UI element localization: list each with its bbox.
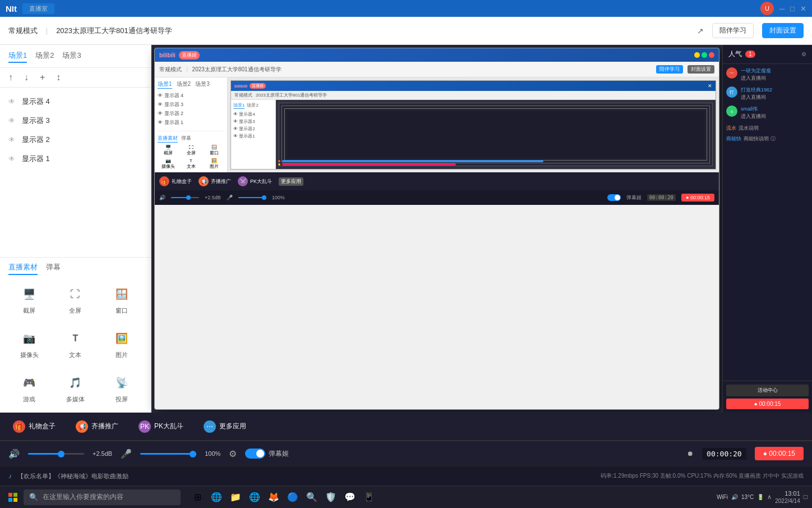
nested-s2-1[interactable]: 场景2	[177, 80, 191, 89]
preview-area: bilibili 直播姬 常规模式 | 2023太原理工大学801通	[151, 45, 812, 413]
qsb-more[interactable]: ⋯ 更多应用	[199, 418, 251, 435]
maximize-icon[interactable]: □	[790, 4, 795, 13]
source-item-camera[interactable]: 📷 摄像头	[8, 324, 50, 364]
rp-settings[interactable]: ⚙	[801, 51, 806, 57]
scene-tab-1[interactable]: 场景1	[8, 49, 27, 63]
minimize-icon[interactable]: ─	[779, 4, 785, 13]
tray-battery[interactable]: 🔋	[757, 494, 764, 500]
nested-src-2[interactable]: ⛶全屏	[181, 145, 201, 156]
nested-src-tab1[interactable]: 直播素材	[158, 135, 178, 143]
collab-label: 齐播推广	[91, 422, 118, 431]
win-clock[interactable]: 13:01 2022/4/14	[775, 489, 800, 505]
ns-vol-slider-1[interactable]	[171, 197, 199, 198]
mic-icon[interactable]: 🎤	[121, 448, 132, 459]
cover-btn[interactable]: 封面设置	[762, 23, 804, 38]
source-item-screenshot[interactable]: 🖥️ 截屏	[8, 280, 50, 319]
down-arrow-icon[interactable]: ↓	[24, 72, 29, 83]
svg-rect-3	[13, 498, 17, 502]
rp-start-live-btn[interactable]: ● 00:00:15	[726, 399, 809, 409]
nested-min-1[interactable]	[694, 52, 700, 58]
companion-btn[interactable]: 陪伴学习	[712, 23, 754, 38]
sources-tab-2[interactable]: 弹幕	[46, 262, 61, 275]
scene-tab-3[interactable]: 场景3	[62, 49, 81, 63]
nested-src-5[interactable]: T文本	[181, 158, 201, 170]
source-item-fullscreen[interactable]: ⛶ 全屏	[54, 280, 96, 319]
nested-s1-1[interactable]: 场景1	[158, 80, 172, 89]
source-item-text[interactable]: T 文本	[54, 324, 96, 364]
win-app-extra[interactable]: 📱	[360, 488, 378, 506]
scene-tab-2[interactable]: 场景2	[35, 49, 54, 63]
source-item-media[interactable]: 🎵 多媒体	[54, 368, 96, 408]
nqs-collab-1[interactable]: 📢 齐播推广	[199, 176, 231, 186]
sources-tab-1[interactable]: 直播素材	[8, 262, 38, 275]
win-app-security[interactable]: 🛡️	[322, 488, 340, 506]
tray-temp[interactable]: 13°C	[741, 494, 754, 500]
display-item-2[interactable]: 👁 显示器 2	[0, 130, 151, 149]
ns2-s2[interactable]: 场景2	[247, 102, 258, 109]
add-scene-btn[interactable]: +	[40, 72, 45, 83]
win-app-search[interactable]: 🔍	[303, 488, 321, 506]
qsb-gift[interactable]: 🎁 礼物盒子	[8, 418, 60, 435]
nqs-pk-1[interactable]: ⚔️ PK大乱斗	[238, 176, 272, 186]
username-1: 一研为定瘦瘦	[741, 67, 771, 75]
nested-close-1[interactable]	[709, 52, 714, 58]
danmu-toggle[interactable]	[245, 448, 265, 459]
nested-cl-2[interactable]: ✕	[708, 83, 712, 89]
win-notif[interactable]: □	[804, 493, 808, 501]
nested-src-1[interactable]: 🖥️截屏	[158, 145, 178, 156]
nested-companion-1[interactable]: 陪伴学习	[656, 65, 683, 74]
nqs-more-1[interactable]: 更多应用	[279, 177, 303, 186]
ns-mic-slider-1[interactable]	[238, 197, 266, 198]
user-avatar[interactable]: U	[760, 2, 774, 15]
win-app-browser3[interactable]: 🔵	[284, 488, 302, 506]
nested-src-tab2[interactable]: 弹幕	[181, 135, 191, 143]
right-panel: 人气 1 ⚙ 一 一研为定瘦瘦 进入直播间 打	[722, 45, 812, 413]
tray-vol[interactable]: 🔊	[731, 494, 738, 500]
sort-icon[interactable]: ↕	[56, 72, 61, 83]
share-icon[interactable]: ↗	[697, 26, 704, 35]
nqs-gift-1[interactable]: 🎁 礼物盒子	[159, 176, 192, 186]
nested-s3-1[interactable]: 场景3	[195, 80, 210, 89]
nested-src-6[interactable]: 🖼️图片	[204, 158, 224, 170]
source-item-screen[interactable]: 📡 投屏	[101, 368, 142, 408]
win-app-browser1[interactable]: 🌐	[246, 488, 264, 506]
source-item-game[interactable]: 🎮 游戏	[8, 368, 50, 408]
win-app-browser2[interactable]: 🦊	[265, 488, 283, 506]
mic-slider[interactable]	[140, 453, 196, 455]
app-logo: NIt	[6, 4, 17, 13]
vol-slider[interactable]	[28, 453, 84, 455]
nested-main-2	[276, 100, 716, 169]
music-icon: ♪	[8, 472, 12, 480]
win-start-btn[interactable]	[4, 489, 21, 506]
nested-src-3[interactable]: 🪟窗口	[204, 145, 224, 156]
source-item-image[interactable]: 🖼️ 图片	[101, 324, 142, 364]
tray-wifi[interactable]: WiFi	[717, 494, 728, 500]
qsb-pk[interactable]: PK PK大乱斗	[134, 418, 188, 435]
nested-disp-3: 👁 显示器 3	[158, 101, 224, 108]
display-item-1[interactable]: 👁 显示器 1	[0, 149, 151, 168]
ns-start-btn-1[interactable]: ● 00:00:15	[681, 194, 714, 202]
display-item-3[interactable]: 👁 显示器 3	[0, 111, 151, 130]
up-arrow-icon[interactable]: ↑	[8, 72, 13, 83]
start-stream-btn[interactable]: ● 00:00:15	[755, 447, 804, 460]
close-icon[interactable]: ✕	[800, 4, 806, 13]
vol-icon[interactable]: 🔊	[8, 448, 20, 459]
ns-toggle-1[interactable]	[607, 194, 621, 201]
rp-btn-activity[interactable]: 活动中心	[726, 385, 809, 396]
nested-cover-1[interactable]: 封面设置	[688, 65, 714, 74]
nested-max-1[interactable]	[702, 52, 707, 58]
win-app-chat[interactable]: 💬	[341, 488, 359, 506]
display-item-4[interactable]: 👁 显示器 4	[0, 92, 151, 111]
win-app-task[interactable]: ⊞	[188, 488, 206, 506]
activity-badge-1: 流水	[726, 125, 736, 132]
nested-src-4[interactable]: 📷摄像头	[158, 158, 178, 170]
tray-expand[interactable]: ∧	[767, 493, 772, 501]
nav-btn[interactable]: 直播室	[22, 3, 54, 14]
win-app-folder[interactable]: 📁	[227, 488, 244, 506]
source-item-window[interactable]: 🪟 窗口	[101, 280, 142, 319]
win-search-bar[interactable]: 🔍 在这里输入你要搜索的内容	[24, 489, 181, 505]
qsb-collab[interactable]: 📢 齐播推广	[71, 418, 123, 435]
ns2-s1[interactable]: 场景1	[233, 102, 244, 109]
equalizer-icon[interactable]: ⚙	[229, 448, 237, 459]
win-app-edge[interactable]: 🌐	[207, 488, 225, 506]
